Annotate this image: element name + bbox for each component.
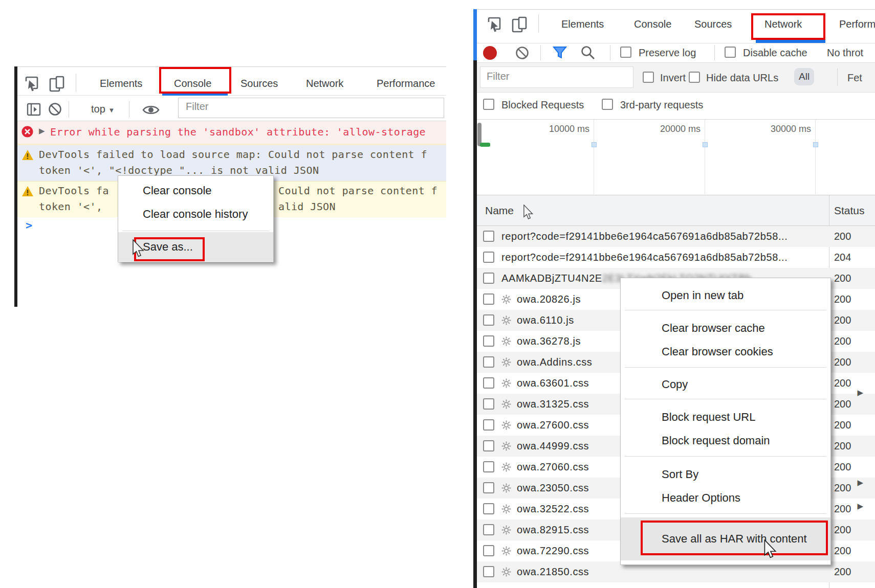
status-value: 200 xyxy=(834,545,851,557)
menu-item-block-request-domain[interactable]: Block request domain xyxy=(621,428,871,453)
row-checkbox[interactable] xyxy=(483,419,494,431)
network-inspect-icon[interactable] xyxy=(487,16,502,33)
menu-separator xyxy=(625,367,826,368)
tab-elements[interactable]: Elements xyxy=(100,78,142,89)
request-name: owa.27600.css xyxy=(517,419,589,431)
menu-item-clear-browser-cookies[interactable]: Clear browser cookies xyxy=(621,340,871,364)
blocked-requests-label[interactable]: Blocked Requests xyxy=(501,99,584,111)
filter-all-pill[interactable]: All xyxy=(794,68,814,85)
tab-performance[interactable]: Perform xyxy=(839,18,875,30)
tabbar-divider xyxy=(17,95,446,96)
status-value: 200 xyxy=(834,566,851,578)
console-filter-input[interactable] xyxy=(178,98,444,118)
expand-triangle-icon[interactable]: ▶ xyxy=(39,126,45,135)
device-toolbar-icon[interactable] xyxy=(512,16,529,33)
menu-item-clear-browser-cache[interactable]: Clear browser cache xyxy=(621,316,871,341)
third-party-label[interactable]: 3rd-party requests xyxy=(620,99,703,111)
table-row[interactable]: report?code=f29141bbe6e1964ca567691a6db8… xyxy=(477,247,875,268)
request-name: owa.36278.js xyxy=(517,335,581,347)
menu-separator xyxy=(625,513,826,514)
network-filter-input[interactable] xyxy=(480,66,633,88)
row-checkbox[interactable] xyxy=(483,545,494,556)
record-button[interactable] xyxy=(483,46,497,60)
menu-item-open-new-tab[interactable]: Open in new tab xyxy=(621,283,871,308)
menu-separator xyxy=(625,310,826,310)
gear-icon xyxy=(501,378,512,389)
menu-item-sort-by[interactable]: Sort By ▶ xyxy=(621,462,871,487)
warning-message-line2-left: token '<', xyxy=(39,199,102,215)
row-checkbox[interactable] xyxy=(483,503,494,514)
third-party-checkbox[interactable] xyxy=(602,99,613,110)
toolbar-separator xyxy=(538,14,539,33)
filter-fetch-label[interactable]: Fet xyxy=(847,72,862,84)
column-header-name[interactable]: Name xyxy=(485,205,514,217)
row-checkbox[interactable] xyxy=(483,440,494,451)
gear-icon xyxy=(501,336,512,347)
request-name: owa.20826.js xyxy=(517,293,581,305)
row-checkbox[interactable] xyxy=(483,293,494,305)
context-selector-label: top xyxy=(91,103,105,115)
save-har-annotation-box xyxy=(641,521,828,555)
console-prompt-chevron[interactable]: > xyxy=(26,219,32,232)
console-filter-field[interactable] xyxy=(185,100,420,113)
live-expression-eye-icon[interactable] xyxy=(142,104,160,116)
table-row[interactable]: report?code=f29141bbe6e1964ca567691a6db8… xyxy=(477,226,875,247)
timeline-blue-marker xyxy=(703,142,708,147)
row-checkbox[interactable] xyxy=(483,566,494,577)
menu-item-header-options[interactable]: Header Options ▶ xyxy=(621,486,871,510)
menu-item-copy[interactable]: Copy ▶ xyxy=(621,372,871,397)
hide-data-urls-checkbox[interactable] xyxy=(689,72,700,83)
invert-checkbox[interactable] xyxy=(643,72,654,83)
gear-icon xyxy=(501,483,512,493)
console-inspect-icon[interactable] xyxy=(25,76,40,92)
tab-sources[interactable]: Sources xyxy=(240,78,278,89)
table-header: Name Status xyxy=(477,195,875,226)
menu-item-clear-console[interactable]: Clear console xyxy=(118,179,298,202)
row-checkbox[interactable] xyxy=(483,461,494,472)
network-filter-field[interactable] xyxy=(486,70,620,83)
invert-label[interactable]: Invert xyxy=(660,72,686,84)
row-checkbox[interactable] xyxy=(483,377,494,389)
console-error-row[interactable]: ▶ Error while parsing the 'sandbox' attr… xyxy=(17,121,446,145)
throttling-dropdown[interactable]: No throt xyxy=(827,47,863,59)
console-sidebar-icon[interactable] xyxy=(27,102,41,117)
clear-console-icon[interactable] xyxy=(48,102,62,116)
disable-cache-checkbox[interactable] xyxy=(725,47,736,58)
preserve-log-label[interactable]: Preserve log xyxy=(639,47,696,59)
row-checkbox[interactable] xyxy=(483,314,494,326)
chevron-down-icon: ▼ xyxy=(108,106,115,114)
status-value: 200 xyxy=(834,231,851,242)
row-checkbox[interactable] xyxy=(483,356,494,368)
tab-console[interactable]: Console xyxy=(634,18,671,30)
submenu-arrow-icon: ▶ xyxy=(857,380,863,405)
tab-network[interactable]: Network xyxy=(306,78,343,89)
filter-funnel-icon[interactable] xyxy=(553,46,567,59)
row-checkbox[interactable] xyxy=(483,273,494,284)
hide-data-urls-label[interactable]: Hide data URLs xyxy=(706,72,778,84)
request-name: owa.82915.css xyxy=(517,524,589,536)
blocked-requests-checkbox[interactable] xyxy=(483,99,494,110)
gear-icon xyxy=(501,420,512,431)
context-selector[interactable]: top ▼ xyxy=(91,103,115,115)
mouse-cursor xyxy=(132,239,145,258)
row-checkbox[interactable] xyxy=(483,252,494,263)
menu-item-block-request-url[interactable]: Block request URL xyxy=(621,405,871,429)
row-checkbox[interactable] xyxy=(483,482,494,493)
row-checkbox[interactable] xyxy=(483,398,494,410)
sort-by-label: Sort By xyxy=(662,468,698,481)
device-toolbar-icon[interactable] xyxy=(49,76,67,92)
row-checkbox[interactable] xyxy=(483,231,494,242)
clear-network-icon[interactable] xyxy=(515,46,529,60)
preserve-log-checkbox[interactable] xyxy=(620,47,631,58)
tab-sources[interactable]: Sources xyxy=(694,18,732,30)
request-name: owa.44999.css xyxy=(517,440,589,452)
disable-cache-label[interactable]: Disable cache xyxy=(743,47,807,59)
row-checkbox[interactable] xyxy=(483,524,494,535)
warning-message-line1-left: DevTools fa xyxy=(39,183,109,199)
tab-elements[interactable]: Elements xyxy=(561,18,604,30)
search-icon[interactable] xyxy=(580,45,595,60)
menu-item-clear-console-history[interactable]: Clear console history xyxy=(118,202,298,226)
row-checkbox[interactable] xyxy=(483,335,494,347)
tab-performance[interactable]: Performance xyxy=(377,78,435,89)
column-header-status[interactable]: Status xyxy=(834,205,865,217)
